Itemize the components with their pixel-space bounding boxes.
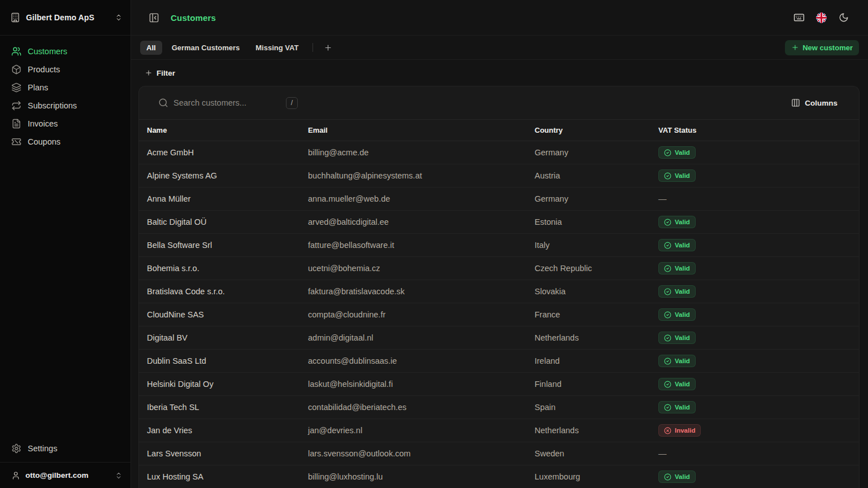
keyboard-shortcuts-button[interactable] <box>792 10 806 25</box>
vat-status-label: Valid <box>675 334 690 341</box>
add-filter-button[interactable]: Filter <box>140 66 180 80</box>
table-body: Acme GmbH billing@acme.de Germany Valid <box>139 141 859 488</box>
tab-german-customers[interactable]: German Customers <box>166 41 246 55</box>
users-icon <box>11 46 21 56</box>
language-switcher-button[interactable] <box>816 12 827 23</box>
vat-status-cell: Valid <box>658 146 859 159</box>
customer-country-cell: Germany <box>535 194 658 203</box>
gear-icon <box>11 443 21 454</box>
check-circle-icon <box>664 358 671 365</box>
check-circle-icon <box>664 265 671 272</box>
sidebar-item-customers[interactable]: Customers <box>7 43 124 59</box>
table-row[interactable]: Dublin SaaS Ltd accounts@dublinsaas.ie I… <box>139 350 859 373</box>
repeat-icon <box>11 101 21 111</box>
search-input[interactable] <box>173 98 281 107</box>
customer-country-cell: Austria <box>535 171 658 180</box>
customer-email-cell: buchhaltung@alpinesystems.at <box>308 171 535 180</box>
table-row[interactable]: Bohemia s.r.o. ucetni@bohemia.cz Czech R… <box>139 257 859 280</box>
table-row[interactable]: Baltic Digital OÜ arved@balticdigital.ee… <box>139 211 859 234</box>
sidebar-item-label: Subscriptions <box>28 101 77 110</box>
customer-country-cell: Netherlands <box>535 333 658 342</box>
tab-all[interactable]: All <box>140 41 162 55</box>
vat-status-cell: — <box>658 194 859 204</box>
sidebar-item-products[interactable]: Products <box>7 62 124 77</box>
customer-country-cell: Ireland <box>535 356 658 365</box>
table-row[interactable]: Bratislava Code s.r.o. faktura@bratislav… <box>139 280 859 303</box>
vat-status-label: Valid <box>675 242 690 249</box>
sidebar-item-invoices[interactable]: Invoices <box>7 116 124 132</box>
customer-name-cell: Alpine Systems AG <box>147 171 308 180</box>
check-circle-icon <box>664 334 671 342</box>
main-content: Customers All German Customers Missing V… <box>131 0 868 488</box>
customer-name-cell: Iberia Tech SL <box>147 403 308 412</box>
customer-name-cell: Bella Software Srl <box>147 241 308 250</box>
customer-country-cell: Sweden <box>535 449 658 458</box>
check-circle-icon <box>664 381 671 388</box>
table-row[interactable]: Acme GmbH billing@acme.de Germany Valid <box>139 141 859 164</box>
sidebar-collapse-button[interactable] <box>146 10 162 25</box>
column-header-email: Email <box>308 126 535 134</box>
sidebar: Gilbert Demo ApS Customers Products Plan… <box>0 0 131 488</box>
plus-icon <box>791 43 799 51</box>
package-icon <box>11 64 21 75</box>
table-row[interactable]: Bella Software Srl fatture@bellasoftware… <box>139 234 859 257</box>
chevrons-up-down-icon <box>115 472 123 480</box>
customer-name-cell: Anna Müller <box>147 194 308 203</box>
vat-status-label: Valid <box>675 381 690 387</box>
table-row[interactable]: Jan de Vries jan@devries.nl Netherlands … <box>139 419 859 442</box>
column-header-name: Name <box>147 126 308 134</box>
columns-label: Columns <box>805 99 837 107</box>
vat-status-cell: Valid <box>658 308 859 321</box>
vat-status-cell: Valid <box>658 239 859 251</box>
columns-button[interactable]: Columns <box>788 95 841 110</box>
table-row[interactable]: CloudNine SAS compta@cloudnine.fr France… <box>139 303 859 326</box>
view-tabs: All German Customers Missing VAT <box>140 41 335 55</box>
check-circle-icon <box>664 149 671 156</box>
app-root: Gilbert Demo ApS Customers Products Plan… <box>0 0 868 488</box>
customers-table-card: / Columns Name Email Country VAT Status … <box>138 86 860 488</box>
customer-name-cell: Lux Hosting SA <box>147 472 308 481</box>
vat-status-label: Valid <box>675 288 690 295</box>
chevrons-up-down-icon <box>115 14 123 21</box>
table-row[interactable]: Iberia Tech SL contabilidad@iberiatech.e… <box>139 396 859 419</box>
org-switcher[interactable]: Gilbert Demo ApS <box>0 0 131 36</box>
customer-name-cell: Baltic Digital OÜ <box>147 217 308 226</box>
theme-toggle-button[interactable] <box>836 10 851 25</box>
vat-status-cell: Valid <box>658 332 859 344</box>
document-icon <box>11 119 21 129</box>
customer-name-cell: Digitaal BV <box>147 333 308 342</box>
customer-email-cell: accounts@dublinsaas.ie <box>308 356 535 365</box>
vat-status-badge: Valid <box>658 308 696 321</box>
vat-status-cell: Valid <box>658 262 859 274</box>
table-row[interactable]: Anna Müller anna.mueller@web.de Germany … <box>139 188 859 211</box>
sidebar-item-label: Plans <box>28 83 48 92</box>
add-view-button[interactable] <box>321 41 335 54</box>
table-row[interactable]: Digitaal BV admin@digitaal.nl Netherland… <box>139 326 859 350</box>
vat-status-cell: Valid <box>658 401 859 413</box>
search-icon <box>158 98 168 108</box>
customer-email-cell: laskut@helsinkidigital.fi <box>308 380 535 389</box>
vat-status-badge: Valid <box>658 401 696 413</box>
vat-status-badge: Valid <box>658 470 696 483</box>
check-circle-icon <box>664 242 671 249</box>
table-row[interactable]: Lux Hosting SA billing@luxhosting.lu Lux… <box>139 465 859 488</box>
vat-status-cell: Valid <box>658 378 859 390</box>
tab-missing-vat[interactable]: Missing VAT <box>249 41 305 55</box>
customer-name-cell: Jan de Vries <box>147 426 308 435</box>
customer-email-cell: arved@balticdigital.ee <box>308 217 535 226</box>
check-circle-icon <box>664 172 671 180</box>
sidebar-item-plans[interactable]: Plans <box>7 80 124 95</box>
table-row[interactable]: Helsinki Digital Oy laskut@helsinkidigit… <box>139 373 859 396</box>
table-row[interactable]: Lars Svensson lars.svensson@outlook.com … <box>139 442 859 465</box>
customer-name-cell: Acme GmbH <box>147 148 308 157</box>
sidebar-item-settings[interactable]: Settings <box>7 441 124 456</box>
sidebar-item-coupons[interactable]: Coupons <box>7 134 124 150</box>
table-row[interactable]: Alpine Systems AG buchhaltung@alpinesyst… <box>139 164 859 188</box>
sidebar-item-label: Products <box>28 65 60 74</box>
x-circle-icon <box>664 427 671 434</box>
customer-email-cell: faktura@bratislavacode.sk <box>308 287 535 296</box>
customer-email-cell: ucetni@bohemia.cz <box>308 264 535 273</box>
new-customer-button[interactable]: New customer <box>785 40 859 55</box>
sidebar-item-subscriptions[interactable]: Subscriptions <box>7 98 124 114</box>
user-menu[interactable]: otto@gilbert.com <box>0 462 131 488</box>
